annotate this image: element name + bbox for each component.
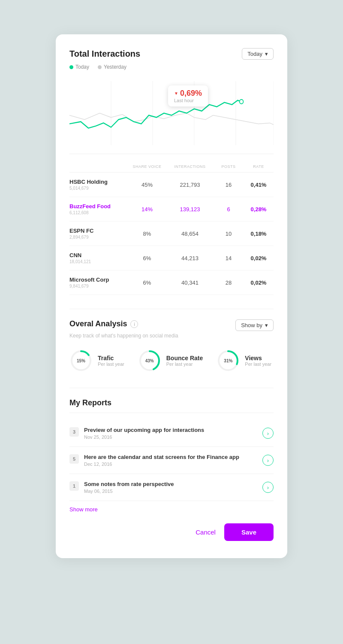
report-title-text: Preview of our upcoming app for interact… — [84, 427, 204, 433]
chart-tooltip: ▼ 0,69% Last hour — [168, 85, 208, 106]
line-chart: ▼ 0,69% Last hour — [69, 77, 274, 154]
report-arrow-button[interactable]: › — [262, 428, 274, 439]
report-title-text: Some notes from rate perspective — [84, 481, 174, 487]
reports-section: My Reports 3 Preview of our upcoming app… — [69, 398, 274, 513]
row-name-cell: HSBC Holding 5,014,679 — [69, 179, 128, 191]
row-name-cell: BuzzFeed Food 6,112,608 — [69, 203, 128, 215]
table-row: Microsoft Corp 9,841,679 6% 40,341 28 0,… — [69, 270, 274, 295]
report-date: Dec 12, 2016 — [84, 462, 239, 467]
chevron-down-icon-2: ▾ — [265, 322, 268, 328]
tooltip-value: ▼ 0,69% — [174, 89, 202, 98]
chevron-down-icon: ▾ — [265, 51, 268, 57]
circle-chart: 31% — [217, 349, 240, 372]
table-row: HSBC Holding 5,014,679 45% 221,793 16 0,… — [69, 173, 274, 197]
overall-analysis-section: Overal Analysis i Show by ▾ Keep track o… — [69, 319, 274, 372]
cancel-button[interactable]: Cancel — [196, 529, 216, 536]
analysis-header: Overal Analysis i Show by ▾ — [69, 319, 274, 331]
legend-yesterday: Yesterday — [98, 64, 126, 70]
metric-text: Bounce Rate Per last year — [166, 355, 203, 367]
col-header-posts: POSTS — [214, 164, 244, 169]
metric-text: Trafic Per last year — [98, 355, 124, 367]
analysis-subtitle: Keep track of what's happening on social… — [69, 333, 274, 339]
row-name-cell: ESPN FC 2,894,679 — [69, 228, 128, 240]
legend-today: Today — [69, 64, 89, 70]
analysis-title: Overal Analysis — [69, 319, 127, 328]
table-row: CNN 18,014,121 6% 44,213 14 0,02% — [69, 246, 274, 270]
report-badge: 5 — [69, 454, 79, 464]
metrics-row: 15% Trafic Per last year 43% Bounce Rate… — [69, 349, 274, 372]
main-card: Total Interactions Today ▾ Today Yesterd… — [56, 34, 287, 558]
arrow-down-icon: ▼ — [174, 91, 178, 96]
report-badge: 1 — [69, 481, 79, 491]
report-left: 3 Preview of our upcoming app for intera… — [69, 427, 204, 440]
report-date: Nov 25, 2016 — [84, 434, 204, 440]
report-date: May 06, 2015 — [84, 489, 174, 494]
report-arrow-button[interactable]: › — [262, 482, 274, 493]
metric-text: Views Per last year — [245, 355, 271, 367]
report-title-text: Here are the calendar and stat screens f… — [84, 454, 239, 460]
report-left: 5 Here are the calendar and stat screens… — [69, 454, 239, 467]
circle-chart: 43% — [138, 349, 161, 372]
save-button[interactable]: Save — [224, 523, 274, 541]
footer-buttons: Cancel Save — [69, 523, 274, 541]
metric-item: 43% Bounce Rate Per last year — [138, 349, 203, 372]
interactions-table: SHARE VOICE INTERACTIONS POSTS RATE HSBC… — [69, 164, 274, 295]
metric-item: 15% Trafic Per last year — [69, 349, 124, 372]
show-more-button[interactable]: Show more — [69, 506, 98, 513]
report-arrow-button[interactable]: › — [262, 455, 274, 466]
report-badge: 3 — [69, 427, 79, 437]
report-info: Here are the calendar and stat screens f… — [84, 454, 239, 467]
today-dot — [69, 65, 73, 69]
table-header-row: SHARE VOICE INTERACTIONS POSTS RATE — [69, 164, 274, 173]
table-row: BuzzFeed Food 6,112,608 14% 139,123 6 0,… — [69, 197, 274, 222]
row-name-cell: CNN 18,014,121 — [69, 252, 128, 264]
chart-legend: Today Yesterday — [69, 64, 274, 70]
report-item: 3 Preview of our upcoming app for intera… — [69, 420, 274, 447]
today-button[interactable]: Today ▾ — [242, 48, 274, 60]
total-interactions-header: Total Interactions Today ▾ — [69, 48, 274, 60]
divider-2 — [69, 388, 274, 388]
analysis-title-row: Overal Analysis i — [69, 319, 138, 328]
col-header-share: SHARE VOICE — [128, 164, 166, 169]
circle-chart: 15% — [69, 349, 93, 372]
chart-dot — [240, 100, 244, 104]
report-item: 5 Here are the calendar and stat screens… — [69, 447, 274, 474]
info-icon[interactable]: i — [130, 320, 138, 328]
table-row: ESPN FC 2,894,679 8% 48,654 10 0,18% — [69, 222, 274, 246]
report-item: 1 Some notes from rate perspective May 0… — [69, 474, 274, 501]
report-info: Some notes from rate perspective May 06,… — [84, 481, 174, 494]
total-interactions-title: Total Interactions — [69, 49, 140, 59]
yesterday-dot — [98, 65, 102, 69]
reports-list: 3 Preview of our upcoming app for intera… — [69, 420, 274, 501]
row-name-cell: Microsoft Corp 9,841,679 — [69, 276, 128, 289]
reports-title: My Reports — [69, 398, 274, 413]
circle-label: 31% — [224, 358, 232, 363]
report-left: 1 Some notes from rate perspective May 0… — [69, 481, 174, 494]
table-body: HSBC Holding 5,014,679 45% 221,793 16 0,… — [69, 173, 274, 295]
tooltip-label: Last hour — [174, 98, 202, 103]
col-header-interactions: INTERACTIONS — [166, 164, 214, 169]
divider-1 — [69, 309, 274, 309]
col-header-name — [69, 164, 128, 169]
show-by-button[interactable]: Show by ▾ — [235, 319, 274, 331]
circle-label: 15% — [77, 358, 85, 363]
report-info: Preview of our upcoming app for interact… — [84, 427, 204, 440]
metric-item: 31% Views Per last year — [217, 349, 271, 372]
col-header-rate: RATE — [244, 164, 274, 169]
circle-label: 43% — [145, 358, 154, 363]
